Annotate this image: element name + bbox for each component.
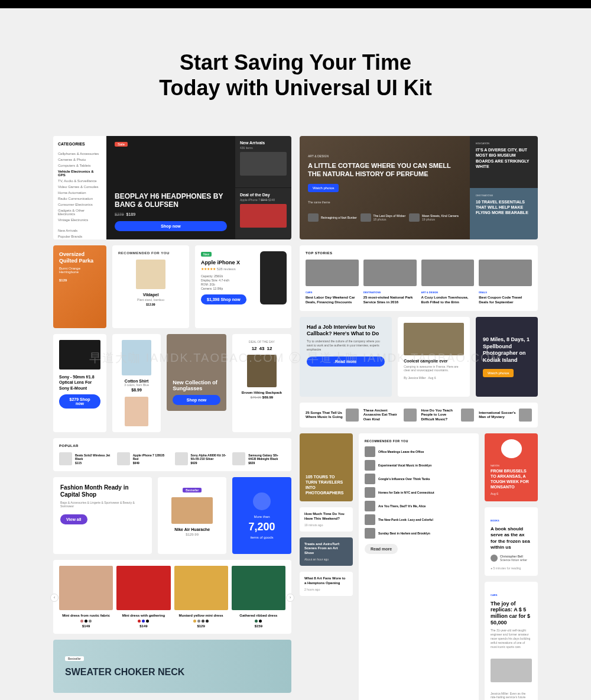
dress-item[interactable]: Mini dress from rustic fabric$149 bbox=[59, 566, 113, 628]
hamptons-card[interactable]: What 8 Art Fans Wore to a Hamptons Openi… bbox=[300, 572, 353, 596]
backpack-card[interactable]: DEAL OF THE DAY 124312 Brown Hiking Back… bbox=[232, 334, 291, 432]
popular-block: POPULAR Beats Solo2 Wireless Jet Black$1… bbox=[53, 438, 291, 471]
carousel-next-button[interactable]: › bbox=[286, 594, 294, 602]
mini-story[interactable]: How Do You Teach People to Love Difficul… bbox=[421, 409, 475, 422]
sony-lens-card[interactable]: Sony - 50mm f/1.8 Optical Lens For Sony … bbox=[53, 334, 106, 432]
nike-card[interactable]: Bestseller Nike Air Huarache$129.99 bbox=[158, 477, 226, 554]
recommendations-list: RECOMMENDED FOR YOU Office Meetings Leav… bbox=[359, 433, 479, 700]
astro-card[interactable]: Treats and AstroTurf: Scenes From an Art… bbox=[300, 537, 353, 566]
dress-item[interactable]: Mini dress with gathering$149 bbox=[116, 566, 170, 628]
new-arrivals-card[interactable]: New Arrivals436 items bbox=[235, 136, 291, 188]
brussels-card[interactable]: NATIONFROM BRUSSELS TO ARKANSAS, A TOUGH… bbox=[485, 433, 538, 501]
education-card[interactable]: EDUCATIONIT'S A DIVERSE CITY, BUT MOST B… bbox=[470, 136, 538, 188]
interview-card[interactable]: Had a Job Interview but No Callback? Her… bbox=[300, 317, 392, 397]
category-item[interactable]: Vintage Electronics bbox=[58, 217, 102, 223]
dresses-carousel: ‹ Mini dress from rustic fabric$149Mini … bbox=[53, 560, 291, 634]
category-item[interactable]: Vehicle Electronics & GPS bbox=[58, 168, 102, 178]
category-item[interactable]: Cameras & Photo bbox=[58, 157, 102, 163]
carousel-prev-button[interactable]: ‹ bbox=[50, 594, 59, 602]
sunglasses-card[interactable]: New Collection of SunglassesShop now bbox=[167, 334, 226, 411]
sale-badge: Sale bbox=[115, 142, 128, 147]
vildapel-item[interactable]: VildapelPlant stand, bamboo$12.99 bbox=[118, 260, 183, 306]
destinations-card[interactable]: DESTINATIONS10 TRAVEL ESSENTIALS THAT WI… bbox=[470, 188, 538, 240]
category-item[interactable]: Video Games & Consoles bbox=[58, 184, 102, 190]
mini-story[interactable]: International Soccer's Man of Mystery bbox=[479, 409, 532, 422]
parka-card[interactable]: Oversized Quilted ParkaBurnt Orange Herr… bbox=[53, 245, 106, 328]
categories-sidebar: CATEGORIES Cellphones & AccessoriesCamer… bbox=[53, 136, 106, 239]
campsite-card[interactable]: Coolest campsite everCamping is awesome … bbox=[398, 317, 470, 397]
reclist-item[interactable]: Experimental Vocal Music in Brooklyn bbox=[365, 460, 473, 471]
replicas-card[interactable]: CARSThe joy of replicas: A $ 5 million c… bbox=[485, 582, 538, 700]
category-item[interactable]: Gadgets & Other Electronics bbox=[58, 208, 102, 217]
iphone-x-card[interactable]: New Apple iPhone X ★★★★★ 528 reviews Cap… bbox=[195, 245, 291, 328]
story-item[interactable]: DESTINATIONS25 most-visited National Par… bbox=[363, 260, 417, 305]
tours-card[interactable]: 105 TOURS TO TURN TRAVELERS INTO PHOTOGR… bbox=[300, 433, 353, 501]
shop-now-button[interactable]: Shop now bbox=[115, 221, 227, 231]
mini-story[interactable]: 25 Songs That Tell Us Where Music Is Goi… bbox=[306, 409, 359, 422]
popular-item[interactable]: Beats Solo2 Wireless Jet Black$115 bbox=[59, 452, 112, 465]
reclist-item[interactable]: The New Punk Look: Lacy and Colorful bbox=[365, 514, 473, 525]
watch-photos-button[interactable]: Watch photos bbox=[308, 184, 339, 192]
recommended-card: RECOMMENDED FOR YOU VildapelPlant stand,… bbox=[112, 245, 189, 328]
story-item[interactable]: ART & DESIGNA Cozy London Townhouse, Bot… bbox=[421, 260, 475, 305]
mini-story[interactable]: These Ancient Assassins Eat Their Own Ki… bbox=[363, 409, 417, 422]
headphones-hero[interactable]: Sale BEOPLAY H6 HEADPHONES BY BANG & OLU… bbox=[106, 136, 235, 239]
reclist-item[interactable]: Homes for Sale in NYC and Connecticut bbox=[365, 487, 473, 498]
popular-item[interactable]: Samsung Galaxy S8+ 64GB Midnight Black$8… bbox=[232, 452, 285, 465]
book-card[interactable]: BOOKSA book should serve as the ax for t… bbox=[485, 507, 538, 576]
category-item[interactable]: TV, Audio & Surveillance bbox=[58, 178, 102, 184]
hero-product-block: CATEGORIES Cellphones & AccessoriesCamer… bbox=[53, 136, 291, 239]
category-item[interactable]: Consumer Electronics bbox=[58, 202, 102, 208]
story-item[interactable]: CARSBest Labor Day Weekend Car Deals, Fi… bbox=[306, 260, 359, 305]
mini-stories-row: 25 Songs That Tell Us Where Music Is Goi… bbox=[300, 403, 538, 427]
popular-item[interactable]: Apple iPhone 7 128GB Red$649 bbox=[117, 452, 170, 465]
kodiak-card[interactable]: 90 Miles, 8 Days, 1 Spellbound Photograp… bbox=[476, 317, 538, 397]
cotton-shirt-card[interactable]: Cotton Shirt3 colors, from Blue$8.99 bbox=[112, 334, 161, 432]
sweater-banner[interactable]: BestsellerSWEATER CHOKER NECK bbox=[53, 640, 291, 693]
popular-item[interactable]: Sony Alpha A6000 Kit 16-50+55-210 Silver… bbox=[175, 452, 228, 465]
reclist-item[interactable]: Google's Influence Over Think Tanks bbox=[365, 474, 473, 484]
fashion-month-card[interactable]: Fashion Month Ready in Capital ShopBags … bbox=[53, 477, 152, 554]
dress-item[interactable]: Gathered ribbed dress$159 bbox=[232, 566, 285, 628]
category-item[interactable]: Home Automation bbox=[58, 190, 102, 196]
reclist-item[interactable]: Are You There, Dad? It's Me, Alice bbox=[365, 501, 473, 511]
top-stories-block: TOP STORIES CARSBest Labor Day Weekend C… bbox=[300, 245, 538, 311]
goods-count-card: More than7,200items of goods bbox=[232, 477, 291, 554]
deal-of-day-card[interactable]: Deal of the DayApple iPhone 7 $549 $348 bbox=[235, 188, 291, 240]
reclist-item[interactable]: Office Meetings Leave the Office bbox=[365, 446, 473, 457]
hero-heading: Start Saving Your TimeToday with Univers… bbox=[0, 8, 591, 136]
dress-item[interactable]: Mustard yellow mini dress$129 bbox=[174, 566, 228, 628]
weekend-card[interactable]: How Much Time Do You Have This Weekend?1… bbox=[300, 507, 353, 532]
category-item[interactable]: Cellphones & Accessories bbox=[58, 151, 102, 157]
reclist-item[interactable]: Sunday Best in Harlem and Brooklyn bbox=[365, 528, 473, 539]
story-item[interactable]: DEALSBest Coupon Code Travel Deals for S… bbox=[479, 260, 532, 305]
category-item[interactable]: Computers & Tablets bbox=[58, 163, 102, 168]
iphone-buy-button[interactable]: $1,398 Shop now bbox=[201, 294, 246, 304]
cottage-hero: ART & DESIGNA LITTLE COTTAGE WHERE YOU C… bbox=[300, 136, 538, 239]
category-item[interactable]: Radio Communication bbox=[58, 196, 102, 202]
